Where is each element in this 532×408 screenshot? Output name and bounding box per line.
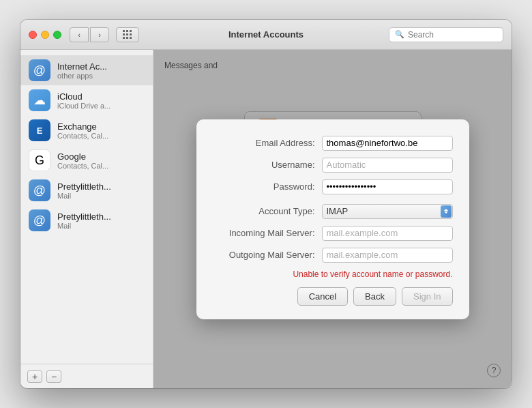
internet-accounts-icon: @ bbox=[29, 59, 50, 81]
password-input[interactable] bbox=[322, 179, 453, 194]
sidebar-item-google[interactable]: G Google Contacts, Cal... bbox=[20, 145, 153, 175]
sidebar-item-pretty2[interactable]: @ Prettylittleth... Mail bbox=[20, 205, 153, 235]
remove-account-button[interactable]: − bbox=[46, 370, 61, 383]
sidebar-item-exchange[interactable]: E Exchange Contacts, Cal... bbox=[20, 115, 153, 145]
modal-overlay: Email Address: Username: Password: bbox=[153, 50, 512, 388]
modal-dialog: Email Address: Username: Password: bbox=[196, 119, 469, 319]
account-type-row: Account Type: IMAP POP bbox=[213, 204, 453, 219]
minimize-button[interactable] bbox=[41, 31, 49, 39]
at-icon-1: @ bbox=[29, 179, 50, 201]
email-label: Email Address: bbox=[213, 138, 322, 148]
window-title: Internet Accounts bbox=[228, 29, 304, 40]
account-type-select[interactable]: IMAP POP bbox=[322, 204, 453, 219]
sidebar-item-name-google: Google bbox=[57, 151, 108, 162]
incoming-mail-row: Incoming Mail Server: bbox=[213, 226, 453, 241]
outgoing-mail-label: Outgoing Mail Server: bbox=[213, 250, 322, 260]
sidebar-items-list: @ Internet Ac... other apps ☁ iCloud iCl… bbox=[20, 50, 153, 364]
forward-nav-button[interactable]: › bbox=[90, 27, 109, 42]
sidebar-item-name-icloud: iCloud bbox=[57, 91, 110, 102]
cancel-button[interactable]: Cancel bbox=[297, 287, 348, 306]
back-button[interactable]: Back bbox=[353, 287, 396, 306]
modal-buttons: Cancel Back Sign In bbox=[213, 287, 453, 306]
email-row: Email Address: bbox=[213, 136, 453, 151]
nav-buttons: ‹ › bbox=[70, 27, 109, 42]
sidebar-footer: + − bbox=[20, 364, 153, 388]
incoming-mail-input[interactable] bbox=[322, 226, 453, 241]
password-row: Password: bbox=[213, 179, 453, 194]
email-input[interactable] bbox=[322, 136, 453, 151]
outgoing-mail-row: Outgoing Mail Server: bbox=[213, 248, 453, 263]
sidebar-item-pretty1[interactable]: @ Prettylittleth... Mail bbox=[20, 175, 153, 205]
sidebar-item-internet-accounts[interactable]: @ Internet Ac... other apps bbox=[20, 55, 153, 85]
outgoing-mail-input[interactable] bbox=[322, 248, 453, 263]
sidebar-item-name-pretty2: Prettylittleth... bbox=[57, 212, 111, 222]
content-area: @ Internet Ac... other apps ☁ iCloud iCl… bbox=[20, 50, 512, 388]
sidebar-item-sub-internet: other apps bbox=[57, 72, 107, 80]
at-icon-2: @ bbox=[29, 209, 50, 231]
username-label: Username: bbox=[213, 160, 322, 170]
sidebar: @ Internet Ac... other apps ☁ iCloud iCl… bbox=[20, 50, 153, 388]
password-label: Password: bbox=[213, 181, 322, 192]
search-box[interactable]: 🔍 bbox=[389, 27, 503, 42]
sidebar-item-icloud[interactable]: ☁ iCloud iCloud Drive a... bbox=[20, 85, 153, 115]
account-type-label: Account Type: bbox=[213, 206, 322, 216]
grid-view-button[interactable] bbox=[116, 27, 139, 42]
incoming-mail-label: Incoming Mail Server: bbox=[213, 228, 322, 238]
sidebar-item-sub-exchange: Contacts, Cal... bbox=[57, 132, 108, 140]
username-input[interactable] bbox=[322, 158, 453, 173]
sidebar-item-name-pretty1: Prettylittleth... bbox=[57, 181, 111, 192]
account-type-container: IMAP POP bbox=[322, 204, 453, 219]
google-icon: G bbox=[29, 149, 50, 171]
sidebar-item-sub-pretty2: Mail bbox=[57, 222, 111, 230]
maximize-button[interactable] bbox=[53, 31, 61, 39]
add-account-button[interactable]: + bbox=[27, 370, 42, 383]
sidebar-item-sub-pretty1: Mail bbox=[57, 192, 111, 200]
grid-icon bbox=[123, 30, 132, 40]
main-window: ‹ › Internet Accounts 🔍 @ Internet Ac... bbox=[20, 20, 512, 388]
search-input[interactable] bbox=[408, 30, 497, 40]
traffic-lights bbox=[29, 31, 61, 39]
sidebar-item-name-exchange: Exchange bbox=[57, 121, 108, 132]
exchange-icon: E bbox=[29, 119, 50, 141]
sidebar-item-name-internet: Internet Ac... bbox=[57, 61, 107, 72]
error-message: Unable to verify account name or passwor… bbox=[213, 269, 453, 279]
sidebar-item-sub-google: Contacts, Cal... bbox=[57, 162, 108, 170]
username-row: Username: bbox=[213, 158, 453, 173]
close-button[interactable] bbox=[29, 31, 37, 39]
right-panel: Messages and 📇 CardDAV account 🗂 LDAP ac… bbox=[153, 50, 512, 388]
icloud-icon: ☁ bbox=[29, 89, 50, 111]
sidebar-item-sub-icloud: iCloud Drive a... bbox=[57, 102, 110, 110]
search-icon: 🔍 bbox=[395, 30, 404, 39]
back-nav-button[interactable]: ‹ bbox=[70, 27, 89, 42]
titlebar: ‹ › Internet Accounts 🔍 bbox=[20, 20, 512, 50]
sign-in-button[interactable]: Sign In bbox=[402, 287, 452, 306]
